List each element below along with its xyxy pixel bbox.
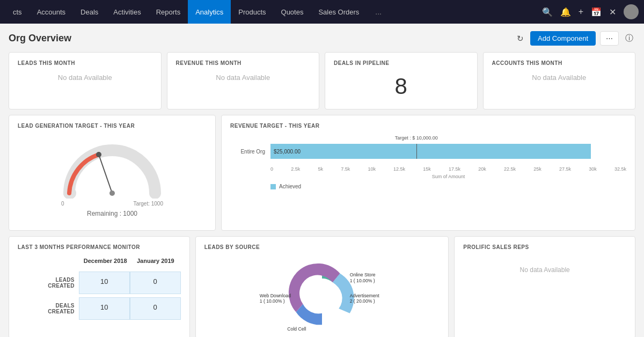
nav-item-accounts[interactable]: Accounts: [30, 0, 73, 24]
stat-revenue-value: No data Available: [176, 74, 311, 82]
svg-point-2: [109, 191, 115, 196]
perf-leads-dec: 10: [79, 272, 130, 294]
gauge-min-label: 0: [61, 201, 64, 207]
gauge-remaining: Remaining : 1000: [87, 210, 137, 217]
revenue-bar-chart: Entire Org $25,000.00 Target : $ 10,000.…: [230, 134, 626, 192]
svg-text:2 ( 20.00% ): 2 ( 20.00% ): [350, 298, 375, 304]
nav-item-quotes[interactable]: Quotes: [274, 0, 311, 24]
svg-text:Advertisement: Advertisement: [350, 293, 380, 298]
add-component-button[interactable]: Add Component: [530, 31, 596, 46]
stat-deals-label: DEALS IN PIPELINE: [334, 60, 469, 66]
svg-text:1 ( 10.00% ): 1 ( 10.00% ): [260, 298, 285, 304]
stat-accounts-label: ACCOUNTS THIS MONTH: [492, 60, 627, 66]
perf-row-leads: LEADSCREATED 10 0: [18, 272, 181, 294]
sales-reps-title: PROLIFIC SALES REPS: [463, 244, 626, 250]
page-header: Org Overview ↻ Add Component ⋯ ⓘ: [9, 31, 635, 46]
stat-deals-pipeline: DEALS IN PIPELINE 8: [325, 52, 478, 109]
search-icon[interactable]: 🔍: [542, 7, 553, 17]
svg-text:Cold Cell: Cold Cell: [287, 326, 306, 331]
refresh-button[interactable]: ↻: [515, 32, 526, 46]
revenue-bar-row: Entire Org $25,000.00 Target : $ 10,000.…: [230, 144, 626, 159]
help-button[interactable]: ⓘ: [623, 31, 635, 46]
target-line: Target : $ 10,000.00: [416, 144, 417, 159]
sales-reps-no-data: No data Available: [463, 266, 626, 274]
sales-reps-card: PROLIFIC SALES REPS No data Available: [454, 236, 635, 337]
stats-row: LEADS THIS MONTH No data Available REVEN…: [9, 52, 635, 109]
legend-color-box: [270, 184, 276, 189]
bar-row-label: Entire Org: [230, 149, 265, 155]
x-axis: 0 2.5k 5k 7.5k 10k 12.5k 15k 17.5k 20k 2…: [230, 166, 626, 172]
perf-table-header: December 2018 January 2019: [18, 255, 181, 266]
donut-container: Online Store 1 ( 10.00% ) Advertisement …: [204, 255, 440, 331]
nav-item-analytics[interactable]: Analytics: [188, 0, 231, 24]
x-axis-label: Sum of Amount: [230, 174, 626, 179]
leads-source-title: LEADS BY SOURCE: [204, 244, 440, 250]
page-title: Org Overview: [9, 33, 515, 44]
bar-track: $25,000.00 Target : $ 10,000.00: [270, 144, 626, 159]
more-options-button[interactable]: ⋯: [600, 31, 619, 46]
performance-table: December 2018 January 2019 LEADSCREATED …: [18, 255, 181, 320]
nav-item-activities[interactable]: Activities: [106, 0, 148, 24]
target-line-label: Target : $ 10,000.00: [395, 135, 438, 141]
bottom-row: LAST 3 MONTHS PERFORMANCE MONITOR Decemb…: [9, 236, 635, 337]
main-content: Org Overview ↻ Add Component ⋯ ⓘ LEADS T…: [0, 24, 644, 337]
nav-action-icons: 🔍 🔔 + 📅 ✕: [542, 4, 639, 19]
top-navigation: cts Accounts Deals Activities Reports An…: [0, 0, 644, 24]
svg-text:Web Download: Web Download: [260, 293, 291, 298]
chart-legend: Achieved: [230, 184, 626, 189]
nav-item-contacts[interactable]: cts: [5, 0, 30, 24]
settings-icon[interactable]: ✕: [609, 7, 616, 17]
nav-item-deals[interactable]: Deals: [73, 0, 106, 24]
header-actions: ↻ Add Component ⋯ ⓘ: [515, 31, 635, 46]
performance-card: LAST 3 MONTHS PERFORMANCE MONITOR Decemb…: [9, 236, 190, 337]
perf-deals-jan: 0: [130, 297, 181, 320]
leads-source-card: LEADS BY SOURCE Online Store: [195, 236, 449, 337]
stat-leads-value: No data Available: [18, 74, 152, 82]
nav-item-salesorders[interactable]: Sales Orders: [311, 0, 367, 24]
gauge-target-label: Target: 1000: [133, 201, 163, 207]
svg-text:1 ( 10.00% ): 1 ( 10.00% ): [350, 278, 375, 283]
perf-col-jan: January 2019: [130, 255, 181, 266]
perf-leads-label: LEADSCREATED: [18, 272, 79, 294]
stat-accounts-month: ACCOUNTS THIS MONTH No data Available: [483, 52, 636, 109]
perf-col-dec: December 2018: [80, 255, 130, 266]
lead-gen-target-card: LEAD GENERATION TARGET - THIS YEAR: [9, 115, 216, 231]
gauge-container: 0 Target: 1000 Remaining : 1000: [18, 134, 207, 223]
nav-item-products[interactable]: Products: [231, 0, 273, 24]
bar-fill: $25,000.00: [270, 144, 591, 159]
bar-value-label: $25,000.00: [270, 149, 304, 155]
stat-leads-month: LEADS THIS MONTH No data Available: [9, 52, 162, 109]
perf-deals-label: DEALSCREATED: [18, 297, 79, 320]
perf-leads-jan: 0: [130, 272, 181, 294]
revenue-target-title: REVENUE TARGET - THIS YEAR: [230, 123, 626, 129]
stat-leads-label: LEADS THIS MONTH: [18, 60, 152, 66]
legend-label: Achieved: [279, 184, 301, 189]
performance-title: LAST 3 MONTHS PERFORMANCE MONITOR: [18, 244, 181, 250]
avatar[interactable]: [624, 4, 639, 19]
revenue-target-card: REVENUE TARGET - THIS YEAR Entire Org $2…: [221, 115, 635, 231]
middle-row: LEAD GENERATION TARGET - THIS YEAR: [9, 115, 635, 231]
add-icon[interactable]: +: [579, 7, 583, 17]
nav-more[interactable]: ...: [368, 0, 389, 24]
perf-deals-dec: 10: [79, 297, 130, 320]
gauge-axis-labels: 0 Target: 1000: [61, 201, 163, 207]
lead-gen-title: LEAD GENERATION TARGET - THIS YEAR: [18, 123, 207, 129]
stat-accounts-value: No data Available: [492, 74, 627, 82]
svg-line-1: [99, 155, 112, 193]
perf-row-deals: DEALSCREATED 10 0: [18, 297, 181, 320]
svg-text:Online Store: Online Store: [350, 272, 376, 277]
nav-items: cts Accounts Deals Activities Reports An…: [5, 0, 542, 24]
stat-revenue-month: REVENUE THIS MONTH No data Available: [167, 52, 320, 109]
svg-point-3: [305, 279, 340, 313]
gauge-chart: [58, 140, 166, 199]
stat-revenue-label: REVENUE THIS MONTH: [176, 60, 311, 66]
stat-deals-number: 8: [334, 74, 469, 99]
bell-icon[interactable]: 🔔: [560, 7, 571, 17]
calendar-icon[interactable]: 📅: [591, 7, 602, 17]
donut-chart: Online Store 1 ( 10.00% ) Advertisement …: [252, 255, 392, 331]
nav-item-reports[interactable]: Reports: [149, 0, 188, 24]
